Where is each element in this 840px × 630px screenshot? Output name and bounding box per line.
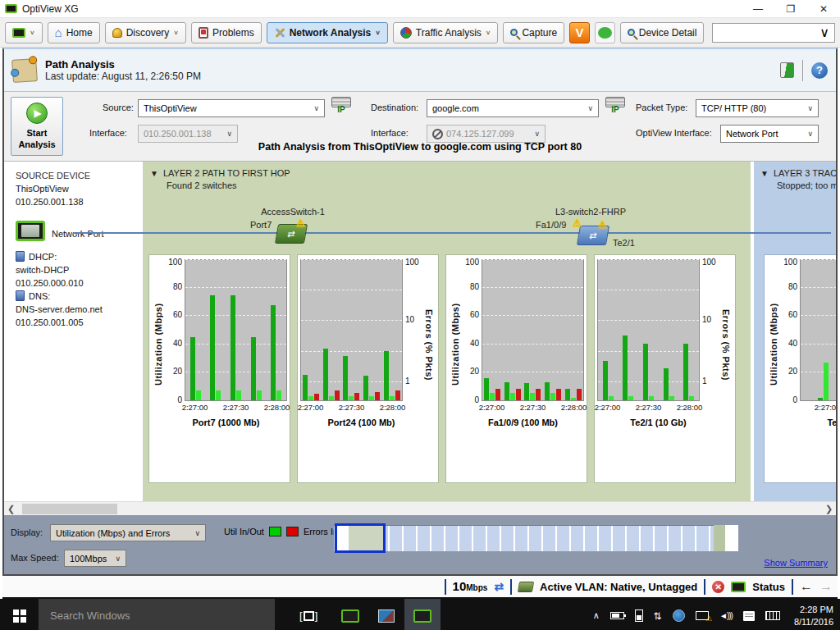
back-arrow[interactable]: ←	[800, 579, 813, 594]
x-tick-label: 2:27:30	[223, 403, 249, 412]
optiview-app-icon	[341, 609, 359, 623]
volume-icon[interactable]: ◄)))	[719, 611, 733, 620]
optiview-interface-combo[interactable]: Network Port∨	[720, 125, 819, 143]
y-axis-label: Errors (% Pkts)	[719, 259, 733, 430]
battery-icon[interactable]	[610, 612, 624, 619]
bar-group	[363, 260, 380, 400]
destination-combo[interactable]: google.com∨	[427, 99, 599, 117]
notification-icon[interactable]	[743, 611, 755, 621]
taskbar-app-optiview-active[interactable]	[404, 599, 441, 630]
help-icon[interactable]: ?	[811, 62, 828, 79]
page-title: Path Analysis	[45, 58, 201, 71]
tick-label: 10	[405, 315, 414, 324]
chart-bar	[504, 382, 509, 400]
taskbar-app-optiview[interactable]	[332, 599, 368, 630]
x-tick-label: 2:28:00	[677, 403, 703, 412]
network-analysis-button[interactable]: Network Analysis∨	[267, 22, 388, 43]
home-button[interactable]: ⌂Home	[48, 22, 100, 43]
network-warning-icon[interactable]	[696, 611, 709, 620]
tick-label: 100	[465, 258, 479, 267]
v-logo-button[interactable]: V	[569, 22, 590, 43]
switch2-name[interactable]: L3-switch2-FHRP	[533, 207, 648, 217]
layer2-panel: ▼LAYER 2 PATH TO FIRST HOP Found 2 switc…	[144, 162, 751, 501]
chevron-down-icon: ∨	[807, 130, 813, 138]
display-combo[interactable]: Utilization (Mbps) and Errors∨	[50, 524, 206, 541]
bar-group	[484, 260, 500, 400]
analysis-main-area: SOURCE DEVICE ThisOptiView 010.250.001.1…	[4, 162, 836, 501]
task-view-button[interactable]: []	[299, 599, 317, 630]
chart-bar	[490, 393, 495, 400]
packet-type-combo[interactable]: TCP/ HTTP (80)∨	[696, 99, 819, 117]
rotation-lock-icon[interactable]: ⇄	[652, 611, 664, 619]
chart-bar	[689, 396, 694, 400]
tick-label: 100	[702, 258, 716, 267]
switch2-port-in-label: Fa1/0/9	[536, 220, 566, 230]
source-combo[interactable]: ThisOptiView∨	[138, 99, 325, 117]
traffic-analysis-button[interactable]: Traffic Analysis∨	[393, 22, 499, 43]
restore-button[interactable]: ❐	[774, 0, 807, 18]
scrollbar-thumb[interactable]	[22, 504, 117, 514]
chart-bar	[369, 396, 374, 400]
tick-label: 1	[405, 377, 410, 386]
timeline-minimap[interactable]	[334, 525, 738, 551]
tools-icon	[274, 27, 285, 39]
device-detail-button[interactable]: Device Detail	[620, 22, 705, 43]
x-axis-ticks: 2:27:002:27:302:28:00	[185, 403, 287, 415]
path-analysis-header: Path Analysis Last update: August 11, 2:…	[4, 49, 836, 92]
destination-label: Destination:	[371, 103, 418, 112]
max-speed-combo[interactable]: 100Mbps∨	[64, 550, 126, 567]
minimize-button[interactable]: —	[742, 0, 774, 18]
chart-bar	[643, 344, 648, 400]
collapse-chevron-icon[interactable]: ▼	[150, 169, 158, 178]
chart-bar	[683, 344, 688, 400]
dhcp-server-icon	[16, 251, 25, 262]
port-utilization-chart: 1101002:27:002:27:302:28:00Port24 (100 M…	[297, 254, 439, 483]
play-icon: ▶	[26, 103, 48, 124]
bluetooth-icon[interactable]	[673, 609, 685, 622]
chart-bar	[664, 368, 669, 400]
y-axis-ticks: 020406080100	[462, 259, 482, 401]
timeline-selection-box[interactable]	[335, 523, 386, 553]
y-axis-ticks: 110100	[403, 259, 422, 401]
report-icon[interactable]	[780, 62, 794, 78]
chart-bar	[308, 396, 313, 400]
horizontal-scrollbar[interactable]: ❮ ❯	[4, 501, 836, 515]
capture-button[interactable]: Capture	[503, 22, 564, 43]
keyboard-icon[interactable]	[765, 611, 780, 620]
switch1-name[interactable]: AccessSwitch-1	[235, 207, 350, 217]
device-menu-button[interactable]: ∨	[5, 22, 43, 43]
dns-name: DNS-server.demo.net	[16, 304, 143, 317]
close-button[interactable]: ✕	[807, 0, 840, 18]
collapse-chevron-icon[interactable]: ▼	[760, 169, 769, 178]
taskbar-app-photos[interactable]	[368, 599, 404, 630]
show-summary-link[interactable]: Show Summary	[764, 558, 828, 568]
analysis-summary-text: Path Analysis from ThisOptiView to googl…	[4, 141, 836, 153]
tick-label: 40	[788, 339, 797, 348]
analysis-controls: ▶ Start Analysis Source: ThisOptiView∨ I…	[4, 92, 836, 162]
timeline-end-segment	[725, 525, 738, 551]
tick-label: 60	[788, 310, 797, 319]
charts-row: Utilization (Mbps)0204060801002:27:002:2…	[148, 254, 736, 483]
packet-type-label: Packet Type:	[636, 103, 687, 112]
problems-button[interactable]: Problems	[191, 22, 262, 43]
bar-group	[565, 260, 582, 400]
search-input[interactable]	[39, 599, 275, 630]
discovery-button[interactable]: Discovery∨	[105, 22, 186, 43]
start-button[interactable]	[0, 599, 39, 630]
switch2-port-out-label: Te2/1	[613, 238, 635, 248]
taskbar-clock[interactable]: 2:28 PM 8/11/2016	[791, 604, 833, 628]
layer3-title: LAYER 3 TRAC	[774, 168, 836, 178]
chevron-down-icon: ∨	[486, 30, 491, 36]
device-select-combo[interactable]: ∨	[712, 23, 835, 43]
forward-arrow[interactable]: →	[819, 579, 833, 594]
chart-plot-area	[597, 259, 700, 401]
chart-bar	[303, 375, 308, 400]
status-label[interactable]: Status	[752, 581, 785, 593]
power-icon[interactable]	[635, 609, 643, 622]
tray-expand-icon[interactable]: ∧	[593, 610, 600, 621]
scroll-right-arrow[interactable]: ❯	[822, 502, 836, 516]
tick-label: 80	[173, 282, 182, 291]
scroll-left-arrow[interactable]: ❮	[4, 502, 18, 516]
layer2-subtitle: Found 2 switches	[167, 180, 290, 190]
chat-button[interactable]	[595, 22, 615, 43]
